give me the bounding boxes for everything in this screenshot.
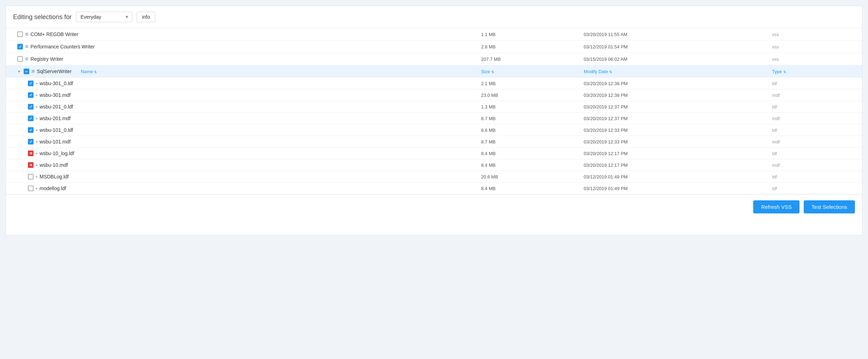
name-cell: ≡ Performance Counters Writer xyxy=(6,41,477,53)
sort-date-header[interactable]: Modify Date⇅ xyxy=(584,69,612,74)
row-checkbox[interactable] xyxy=(28,127,34,133)
size-cell: 8.4 MB xyxy=(477,159,579,171)
table-row: ▪ wsbu-301.mdf 23.0 MB 03/20/2019 12:38 … xyxy=(6,89,862,101)
type-cell: ldf xyxy=(768,101,862,113)
date-cell: 03/20/2019 12:17 PM xyxy=(579,159,768,171)
size-cell: 2.1 MB xyxy=(477,78,579,89)
sort-name-header[interactable]: Name⇅ xyxy=(81,69,97,74)
row-checkbox[interactable] xyxy=(28,104,34,110)
name-cell: ▪ wsbu-201_0.ldf xyxy=(6,101,477,113)
type-cell: ldf xyxy=(768,148,862,159)
item-name: modellog.ldf xyxy=(40,186,66,191)
name-cell: ▪ MSDBLog.ldf xyxy=(6,171,477,183)
size-cell: Size⇅ xyxy=(477,65,579,78)
item-name: wsbu-201.mdf xyxy=(40,116,71,121)
size-cell: 207.7 MB xyxy=(477,53,579,65)
sort-size-header[interactable]: Size⇅ xyxy=(481,69,494,74)
size-cell: 23.0 MB xyxy=(477,89,579,101)
type-cell: mdf xyxy=(768,89,862,101)
type-cell: mdf xyxy=(768,136,862,148)
row-checkbox[interactable] xyxy=(28,151,34,156)
date-cell: 03/12/2019 01:49 PM xyxy=(579,183,768,194)
table-row: ▪ wsbu-101_0.ldf 8.6 MB 03/20/2019 12:33… xyxy=(6,124,862,136)
table-row: ≡ COM+ REGDB Writer 1.1 MB 03/20/2019 11… xyxy=(6,28,862,41)
row-checkbox[interactable] xyxy=(28,174,34,180)
row-checkbox[interactable] xyxy=(28,139,34,145)
file-icon: ▪ xyxy=(36,139,37,145)
item-name: SqlServerWriter xyxy=(37,69,72,74)
size-cell: 1.3 MB xyxy=(477,101,579,113)
table-row: ≡ Performance Counters Writer 2.8 MB 03/… xyxy=(6,41,862,53)
file-icon: ▪ xyxy=(36,186,37,191)
name-cell: ▼ ≡ SqlServerWriter Name⇅ xyxy=(6,65,477,78)
sort-type-header[interactable]: Type⇅ xyxy=(772,69,786,74)
profile-dropdown-wrapper: Everyday Weekly Monthly ▼ xyxy=(76,12,132,22)
database-icon: ≡ xyxy=(25,31,28,37)
row-checkbox[interactable] xyxy=(24,69,29,74)
info-button[interactable]: info xyxy=(137,12,155,22)
date-cell: 03/20/2019 12:17 PM xyxy=(579,148,768,159)
size-cell: 2.8 MB xyxy=(477,41,579,53)
name-cell: ▪ wsbu-101.mdf xyxy=(6,136,477,148)
item-name: wsbu-301.mdf xyxy=(40,92,71,98)
file-icon: ▪ xyxy=(36,92,37,98)
file-table: ≡ COM+ REGDB Writer 1.1 MB 03/20/2019 11… xyxy=(6,28,862,194)
row-checkbox[interactable] xyxy=(28,186,34,191)
file-icon: ▪ xyxy=(36,104,37,110)
table-row: ▪ wsbu-10.mdf 8.4 MB 03/20/2019 12:17 PM… xyxy=(6,159,862,171)
name-cell: ▪ modellog.ldf xyxy=(6,183,477,194)
file-icon: ▪ xyxy=(36,81,37,86)
item-name: wsbu-101.mdf xyxy=(40,139,71,145)
table-row: ▪ wsbu-101.mdf 8.7 MB 03/20/2019 12:33 P… xyxy=(6,136,862,148)
row-checkbox[interactable] xyxy=(17,31,23,37)
type-cell: mdf xyxy=(768,113,862,124)
row-checkbox[interactable] xyxy=(28,81,34,86)
row-checkbox[interactable] xyxy=(17,56,23,62)
table-row: ▪ wsbu-201.mdf 8.7 MB 03/20/2019 12:37 P… xyxy=(6,113,862,124)
item-name: wsbu-201_0.ldf xyxy=(40,104,73,110)
file-icon: ▪ xyxy=(36,162,37,168)
item-name: COM+ REGDB Writer xyxy=(30,31,78,37)
main-container: Editing selections for Everyday Weekly M… xyxy=(6,6,862,235)
name-cell: ▪ wsbu-10.mdf xyxy=(6,159,477,171)
profile-dropdown[interactable]: Everyday Weekly Monthly xyxy=(76,12,132,22)
test-selections-button[interactable]: Test Selections xyxy=(804,200,855,213)
table-row: ▪ wsbu-10_log.ldf 8.4 MB 03/20/2019 12:1… xyxy=(6,148,862,159)
type-cell: mdf xyxy=(768,159,862,171)
row-checkbox[interactable] xyxy=(28,92,34,98)
type-cell: vss xyxy=(768,53,862,65)
date-cell: 03/20/2019 12:33 PM xyxy=(579,124,768,136)
file-icon: ▪ xyxy=(36,174,37,180)
size-cell: 8.4 MB xyxy=(477,183,579,194)
item-name: wsbu-101_0.ldf xyxy=(40,127,73,133)
row-checkbox[interactable] xyxy=(17,44,23,49)
row-checkbox[interactable] xyxy=(28,116,34,121)
row-checkbox[interactable] xyxy=(28,162,34,168)
size-cell: 8.6 MB xyxy=(477,124,579,136)
date-cell: 03/20/2019 12:38 PM xyxy=(579,78,768,89)
date-cell: 03/20/2019 11:55 AM xyxy=(579,28,768,41)
file-icon: ▪ xyxy=(36,116,37,121)
refresh-vss-button[interactable]: Refresh VSS xyxy=(753,200,799,213)
date-cell: 03/15/2019 06:02 AM xyxy=(579,53,768,65)
item-name: Performance Counters Writer xyxy=(30,44,95,49)
date-cell: Modify Date⇅ xyxy=(579,65,768,78)
database-icon: ≡ xyxy=(25,56,28,62)
footer-actions: Refresh VSS Test Selections xyxy=(6,194,862,219)
name-cell: ▪ wsbu-101_0.ldf xyxy=(6,124,477,136)
expand-arrow-icon[interactable]: ▼ xyxy=(17,70,21,73)
size-cell: 8.7 MB xyxy=(477,136,579,148)
date-cell: 03/12/2019 01:54 PM xyxy=(579,41,768,53)
size-cell: 8.7 MB xyxy=(477,113,579,124)
file-icon: ▪ xyxy=(36,127,37,133)
name-cell: ▪ wsbu-10_log.ldf xyxy=(6,148,477,159)
item-name: Registry Writer xyxy=(30,56,63,62)
table-row: ▪ modellog.ldf 8.4 MB 03/12/2019 01:49 P… xyxy=(6,183,862,194)
name-cell: ≡ Registry Writer xyxy=(6,53,477,65)
item-name: wsbu-301_0.ldf xyxy=(40,81,73,86)
type-cell: ldf xyxy=(768,171,862,183)
type-cell: ldf xyxy=(768,78,862,89)
header: Editing selections for Everyday Weekly M… xyxy=(6,6,862,28)
name-cell: ▪ wsbu-301_0.ldf xyxy=(6,78,477,89)
name-cell: ≡ COM+ REGDB Writer xyxy=(6,28,477,41)
